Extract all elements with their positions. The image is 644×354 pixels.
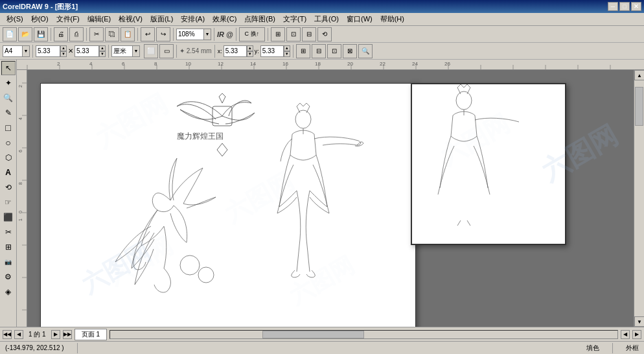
menu-edit[interactable]: 秒(O) [27,13,52,25]
picture-tool[interactable]: 📷 [1,255,16,269]
portrait-button[interactable]: ⬜ [144,44,158,58]
width-input[interactable] [36,45,60,57]
new-button[interactable]: 📄 [3,27,17,41]
menu-help[interactable]: 帮助(H) [376,13,408,25]
freehand-tool[interactable]: ✎ [1,106,16,120]
unit-input[interactable] [111,45,132,57]
landscape-button[interactable]: ▭ [159,44,174,58]
menu-view[interactable]: 文件(F) [52,13,84,25]
scroll-thumb[interactable] [635,87,643,126]
transform-btn[interactable]: C 换↑ [239,27,265,41]
sep10 [176,45,177,58]
settings-tool[interactable]: ◈ [1,285,16,299]
bottom-scrollbar[interactable] [109,330,618,339]
scroll-up-button[interactable]: ▲ [634,70,644,80]
menu-effects[interactable]: 效果(C) [209,13,240,25]
nav-prev-button[interactable]: ◀ [14,330,23,339]
copy-button[interactable]: ⿻ [105,27,119,41]
page2-svg [412,84,568,246]
menu-layout[interactable]: 版面(L) [146,13,177,25]
x-down[interactable]: ▼ [247,51,253,57]
select-tool[interactable]: ↖ [1,61,16,75]
extra-btn4[interactable]: ⟲ [317,27,332,41]
extra-btn1[interactable]: ⊞ [271,27,285,41]
y-input[interactable] [260,45,284,57]
svg-text:2: 2 [18,85,23,88]
paste-button[interactable]: 📋 [121,27,135,41]
canvas-scroll[interactable]: 六图网 六图网 六图网 六图网 [27,70,634,327]
zoom-dropdown-arrow[interactable]: ▼ [203,29,211,40]
cross-icon: ✕ [68,47,73,54]
outline-tool[interactable]: ⊞ [1,240,16,254]
svg-text:26: 26 [444,61,450,67]
svg-point-55 [456,91,472,110]
nav-first-button[interactable]: ◀◀ [3,330,12,339]
x-up[interactable]: ▲ [247,45,253,51]
h-scroll-left[interactable]: ◀ [621,330,630,339]
y-up[interactable]: ▲ [284,45,290,51]
menu-file[interactable]: 秒(S) [3,13,27,25]
print2-button[interactable]: ⎙ [69,27,84,41]
canvas-page: 六图网 六图网 六图网 六图网 [40,83,416,327]
x-input[interactable] [224,45,247,57]
nav-next-button[interactable]: ▶ [51,330,60,339]
width-up[interactable]: ▲ [60,45,67,51]
menu-text[interactable]: 文字(T) [279,13,310,25]
zoom-tool[interactable]: 🔍 [1,91,16,105]
grid-btn[interactable]: ⊞ [296,44,310,58]
canvas-area[interactable]: 2 4 6 8 10 12 14 16 18 20 22 24 26 [17,60,644,327]
height-input[interactable] [75,45,99,57]
h-scroll-right[interactable]: ▶ [632,330,641,339]
text-tool[interactable]: A [1,165,16,180]
page-tab[interactable]: 页面 1 [75,329,107,340]
ellipse-tool[interactable]: ○ [1,136,16,150]
menu-tools[interactable]: 工具(O) [310,13,343,25]
blend-tool[interactable]: ⚙ [1,270,16,284]
menu-inspect[interactable]: 检视(V) [115,13,146,25]
menu-edit2[interactable]: 编辑(E) [84,13,115,25]
polygon-tool[interactable]: ⬡ [1,150,16,165]
snap-btn[interactable]: ⊟ [312,44,326,58]
extra-btn3[interactable]: ⊟ [302,27,316,41]
page-size-arrow[interactable]: ▼ [22,45,30,57]
minimize-button[interactable]: ─ [608,2,618,11]
svg-text:10: 10 [185,61,191,67]
zoom2-btn[interactable]: 🔍 [358,44,373,58]
redo-button[interactable]: ↪ [156,27,170,41]
menu-arrange[interactable]: 安排(A) [177,13,209,25]
svg-rect-33 [17,70,27,327]
spiral-tool[interactable]: ⟲ [1,180,16,195]
nav-last-button[interactable]: ▶▶ [63,330,72,339]
height-up[interactable]: ▲ [99,45,106,51]
snap2-btn[interactable]: ⊡ [327,44,341,58]
align-btn[interactable]: ⊠ [343,44,357,58]
close-button[interactable]: ✕ [631,2,641,11]
zoom-input[interactable] [176,29,203,40]
x-spinner: ▲ ▼ [247,45,253,57]
width-field-wrap: ▲ ▼ [36,45,67,57]
y-down[interactable]: ▼ [284,51,290,57]
interactive-tool[interactable]: ☞ [1,195,16,209]
extra-btn2[interactable]: ⊡ [286,27,301,41]
scroll-down-button[interactable]: ▼ [634,316,644,327]
unit-arrow[interactable]: ▼ [132,45,140,57]
shape-tool[interactable]: ✦ [1,76,16,90]
fill-tool[interactable]: ⬛ [1,210,16,224]
maximize-button[interactable]: □ [619,2,630,11]
print-button[interactable]: 🖨 [54,27,68,41]
sep7 [268,28,268,41]
width-down[interactable]: ▼ [60,51,67,57]
menu-window[interactable]: 窗口(W) [343,13,376,25]
dropper-tool[interactable]: ✂ [1,225,16,239]
height-down[interactable]: ▼ [99,51,106,57]
page-size-input[interactable] [3,45,22,57]
undo-button[interactable]: ↩ [141,27,155,41]
menu-bar: 秒(S) 秒(O) 文件(F) 编辑(E) 检视(V) 版面(L) 安排(A) … [0,13,644,26]
menu-bitmap[interactable]: 点阵图(B) [240,13,279,25]
cut-button[interactable]: ✂ [89,27,104,41]
svg-text:22: 22 [380,61,385,67]
h-scroll-thumb[interactable] [262,331,364,338]
rectangle-tool[interactable]: □ [1,121,16,135]
open-button[interactable]: 📂 [18,27,32,41]
save-button[interactable]: 💾 [34,27,48,41]
